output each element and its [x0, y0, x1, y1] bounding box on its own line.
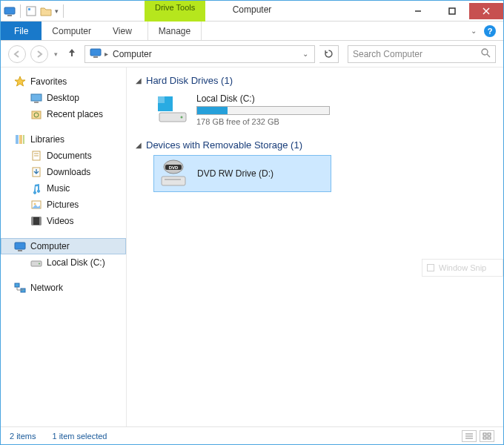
breadcrumb[interactable]: Computer [113, 49, 152, 59]
quick-access-toolbar: ▾ [1, 4, 65, 18]
address-bar[interactable]: ▸ Computer ⌄ [84, 45, 315, 63]
collapse-icon: ◢ [136, 76, 142, 85]
pictures-icon [30, 199, 42, 211]
svg-rect-29 [18, 250, 22, 251]
ribbon: File Computer View Manage ⌄ ? [1, 22, 503, 41]
drive-free-text: 178 GB free of 232 GB [196, 117, 330, 126]
status-selection: 1 item selected [52, 432, 107, 441]
computer-icon [4, 5, 16, 17]
svg-rect-3 [28, 8, 30, 10]
details-view-button[interactable] [462, 430, 477, 442]
drive-local-disk[interactable]: Local Disk (C:) 178 GB free of 232 GB [153, 90, 331, 129]
tree-label: Network [30, 283, 63, 293]
tree-label: Local Disk (C:) [47, 257, 105, 268]
minimize-button[interactable] [401, 3, 435, 19]
forward-button[interactable] [30, 45, 48, 63]
tab-computer[interactable]: Computer [42, 22, 102, 40]
tree-item-computer[interactable]: Computer [1, 238, 126, 254]
maximize-button[interactable] [435, 3, 469, 19]
tree-label: Pictures [47, 200, 79, 210]
search-icon [481, 48, 491, 60]
tree-item-videos[interactable]: Videos [1, 213, 126, 229]
navigation-bar: ▾ ▸ Computer ⌄ Search Computer [1, 41, 503, 67]
star-icon [14, 76, 26, 88]
svg-rect-17 [19, 135, 22, 144]
drive-dvd[interactable]: DVD DVD RW Drive (D:) [153, 155, 331, 192]
tree-label: Videos [47, 216, 73, 226]
svg-point-24 [34, 203, 36, 205]
capacity-bar [196, 106, 330, 115]
contextual-tab-label: Drive Tools [155, 3, 195, 12]
documents-icon [30, 150, 42, 162]
group-header-removable[interactable]: ◢ Devices with Removable Storage (1) [136, 139, 494, 151]
svg-rect-46 [165, 179, 181, 180]
desktop-icon [30, 92, 42, 104]
svg-rect-5 [449, 8, 455, 14]
tree-item-recent-places[interactable]: Recent places [1, 106, 126, 122]
svg-rect-12 [31, 94, 42, 101]
separator [63, 4, 64, 18]
drive-name: DVD RW Drive (D:) [197, 168, 273, 179]
new-folder-icon[interactable] [40, 5, 52, 17]
tree-label: Favorites [30, 76, 67, 87]
tree-item-favorites[interactable]: Favorites [1, 73, 126, 90]
tree-item-documents[interactable]: Documents [1, 148, 126, 164]
svg-rect-16 [16, 135, 19, 144]
computer-icon [14, 240, 26, 252]
recent-locations-icon[interactable]: ▾ [53, 50, 59, 58]
svg-rect-9 [93, 56, 98, 58]
tree-label: Music [47, 183, 70, 194]
close-button[interactable] [469, 3, 503, 19]
separator [20, 4, 21, 18]
recent-places-icon [30, 108, 42, 120]
file-tab[interactable]: File [1, 22, 42, 40]
tree-item-pictures[interactable]: Pictures [1, 197, 126, 213]
breadcrumb-caret-icon[interactable]: ▸ [105, 50, 108, 58]
back-button[interactable] [8, 45, 26, 63]
group-header-hdd[interactable]: ◢ Hard Disk Drives (1) [136, 75, 494, 86]
svg-rect-32 [15, 283, 19, 287]
capacity-fill [197, 107, 228, 114]
content-area: Favorites Desktop Recent places Librarie… [1, 67, 503, 426]
group-title: Hard Disk Drives (1) [146, 75, 233, 86]
tree-label: Desktop [47, 93, 79, 103]
svg-rect-45 [162, 177, 185, 185]
tree-group-libraries: Libraries Documents Downloads Music Pict… [1, 131, 126, 229]
tiles-view-button[interactable] [480, 430, 494, 442]
svg-rect-2 [27, 7, 36, 16]
tree-item-music[interactable]: Music [1, 180, 126, 197]
tree-item-desktop[interactable]: Desktop [1, 90, 126, 106]
tab-manage[interactable]: Manage [147, 22, 202, 40]
snip-label: Window Snip [439, 263, 486, 272]
downloads-icon [30, 166, 42, 178]
tree-item-local-disk[interactable]: Local Disk (C:) [1, 254, 126, 271]
drive-info: Local Disk (C:) 178 GB free of 232 GB [196, 93, 330, 126]
titlebar: ▾ Drive Tools Computer [1, 1, 503, 22]
tree-label: Downloads [47, 167, 90, 177]
chevron-down-icon[interactable]: ▾ [55, 7, 59, 15]
main-pane: ◢ Hard Disk Drives (1) Local Disk (C:) 1… [127, 67, 503, 426]
status-bar: 2 items 1 item selected [1, 426, 503, 444]
tree-item-downloads[interactable]: Downloads [1, 164, 126, 180]
expand-ribbon-icon[interactable]: ⌄ [471, 27, 477, 35]
tree-item-libraries[interactable]: Libraries [1, 131, 126, 148]
address-dropdown-icon[interactable]: ⌄ [298, 50, 313, 58]
refresh-button[interactable] [319, 45, 339, 63]
svg-rect-26 [32, 217, 33, 225]
navigation-pane: Favorites Desktop Recent places Librarie… [1, 67, 127, 426]
search-input[interactable]: Search Computer [348, 45, 496, 63]
tab-view[interactable]: View [102, 22, 143, 40]
properties-icon[interactable] [25, 5, 37, 17]
svg-point-40 [181, 116, 183, 119]
snip-overlay: Window Snip [422, 259, 503, 277]
drive-info: DVD RW Drive (D:) [197, 168, 273, 179]
tree-item-network[interactable]: Network [1, 280, 126, 296]
svg-rect-8 [90, 49, 101, 56]
libraries-icon [14, 134, 26, 145]
up-button[interactable] [64, 46, 80, 62]
svg-point-10 [482, 49, 488, 55]
help-icon[interactable]: ? [484, 25, 496, 37]
group-title: Devices with Removable Storage (1) [146, 139, 302, 151]
svg-rect-13 [34, 102, 39, 103]
svg-rect-38 [158, 96, 165, 103]
